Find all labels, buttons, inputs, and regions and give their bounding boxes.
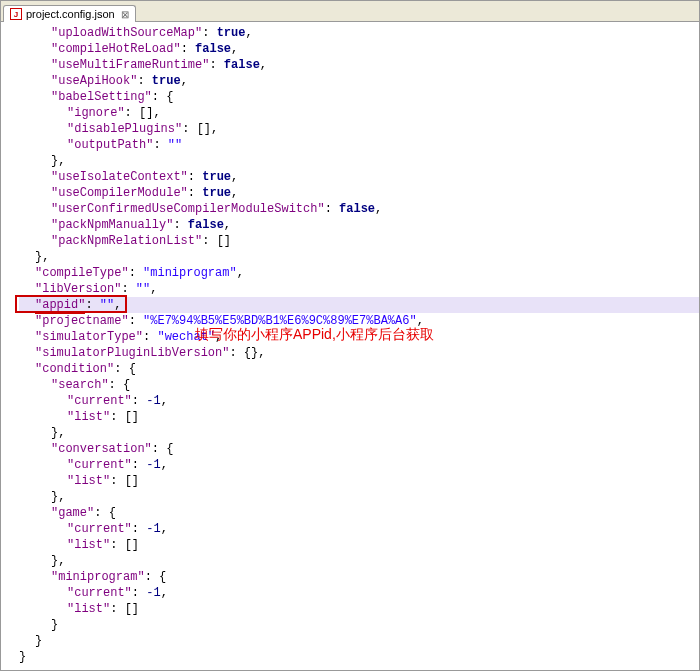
highlighted-appid-line: "appid": "", xyxy=(19,297,699,313)
tab-bar: J project.config.json ⊠ xyxy=(1,1,699,22)
code-editor[interactable]: "uploadWithSourceMap": true, "compileHot… xyxy=(1,22,699,668)
json-file-icon: J xyxy=(10,8,22,20)
tab-filename: project.config.json xyxy=(26,8,115,20)
close-icon[interactable]: ⊠ xyxy=(121,9,129,20)
appid-annotation: 填写你的小程序APPid,小程序后台获取 xyxy=(195,326,434,342)
tab-project-config[interactable]: J project.config.json ⊠ xyxy=(3,5,136,22)
